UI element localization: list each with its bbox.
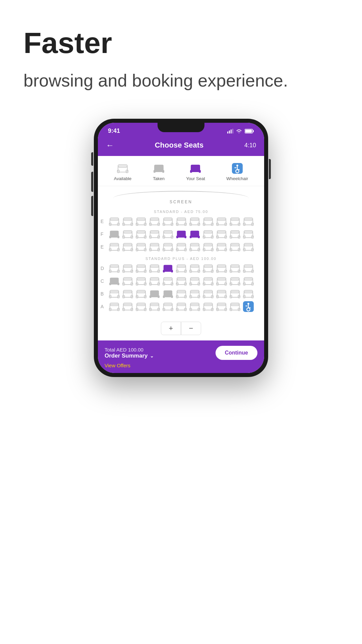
list-item[interactable]: [202, 263, 214, 274]
status-icons: [227, 129, 254, 133]
list-item[interactable]: [202, 301, 214, 312]
list-item[interactable]: [162, 241, 174, 253]
svg-rect-17: [199, 170, 201, 173]
list-item[interactable]: [135, 275, 147, 287]
list-item[interactable]: [202, 288, 214, 300]
list-item[interactable]: [175, 301, 187, 312]
list-item[interactable]: [108, 275, 120, 287]
list-item[interactable]: [121, 263, 134, 274]
order-summary-button[interactable]: Order Summary ⌄: [105, 353, 154, 359]
view-offers-link[interactable]: View Offers: [105, 363, 257, 368]
list-item[interactable]: [242, 241, 254, 253]
list-item[interactable]: [242, 228, 254, 240]
list-item[interactable]: [188, 263, 201, 274]
list-item[interactable]: [202, 228, 214, 240]
list-item[interactable]: [175, 241, 187, 253]
list-item[interactable]: [162, 263, 174, 274]
list-item[interactable]: [229, 288, 241, 300]
list-item[interactable]: [135, 241, 147, 253]
list-item[interactable]: [215, 228, 228, 240]
list-item[interactable]: [215, 216, 228, 227]
list-item[interactable]: [121, 228, 134, 240]
list-item[interactable]: [162, 216, 174, 227]
list-item[interactable]: [148, 241, 161, 253]
list-item[interactable]: [242, 288, 254, 300]
list-item[interactable]: [242, 263, 254, 274]
list-item[interactable]: [215, 275, 228, 287]
list-item[interactable]: [108, 216, 120, 227]
list-item[interactable]: [148, 216, 161, 227]
list-item[interactable]: [175, 263, 187, 274]
quantity-decrease-button[interactable]: −: [181, 322, 201, 335]
list-item[interactable]: [242, 301, 254, 312]
table-row: B: [101, 288, 261, 300]
list-item[interactable]: [188, 241, 201, 253]
list-item[interactable]: [162, 288, 174, 300]
list-item[interactable]: [135, 228, 147, 240]
list-item[interactable]: [215, 263, 228, 274]
list-item[interactable]: [175, 288, 187, 300]
quantity-increase-button[interactable]: +: [161, 322, 181, 335]
back-button[interactable]: ←: [106, 141, 114, 150]
list-item[interactable]: [162, 301, 174, 312]
silent-button: [91, 152, 93, 166]
list-item[interactable]: [108, 263, 120, 274]
list-item[interactable]: [242, 275, 254, 287]
list-item[interactable]: [108, 288, 120, 300]
list-item[interactable]: [121, 216, 134, 227]
table-row: C: [101, 275, 261, 287]
list-item[interactable]: [108, 228, 120, 240]
list-item[interactable]: [148, 228, 161, 240]
list-item[interactable]: [121, 288, 134, 300]
list-item[interactable]: [188, 301, 201, 312]
row-label-e2: E: [101, 244, 108, 250]
legend-wheelchair: Wheelchair: [226, 163, 248, 181]
list-item[interactable]: [121, 301, 134, 312]
list-item[interactable]: [135, 216, 147, 227]
list-item[interactable]: [229, 263, 241, 274]
list-item[interactable]: [121, 241, 134, 253]
table-row: E: [101, 241, 261, 253]
bottom-bar-top: Total AED 100.00 Order Summary ⌄ Continu…: [105, 346, 257, 360]
list-item[interactable]: [202, 216, 214, 227]
list-item[interactable]: [135, 263, 147, 274]
list-item[interactable]: [188, 288, 201, 300]
list-item[interactable]: [229, 216, 241, 227]
status-time: 9:41: [108, 127, 120, 135]
svg-rect-13: [162, 170, 164, 173]
list-item[interactable]: [229, 228, 241, 240]
list-item[interactable]: [188, 228, 201, 240]
list-item[interactable]: [215, 288, 228, 300]
list-item[interactable]: [162, 228, 174, 240]
row-label-e1: E: [101, 219, 108, 224]
list-item[interactable]: [108, 241, 120, 253]
svg-rect-1: [229, 130, 230, 133]
list-item[interactable]: [242, 216, 254, 227]
power-button: [269, 159, 271, 179]
list-item[interactable]: [108, 301, 120, 312]
list-item[interactable]: [229, 275, 241, 287]
list-item[interactable]: [148, 301, 161, 312]
list-item[interactable]: [162, 275, 174, 287]
list-item[interactable]: [175, 216, 187, 227]
list-item[interactable]: [148, 263, 161, 274]
list-item[interactable]: [148, 288, 161, 300]
legend-available: Available: [114, 163, 132, 181]
list-item[interactable]: [229, 241, 241, 253]
svg-rect-89: [177, 231, 185, 233]
list-item[interactable]: [135, 301, 147, 312]
continue-button[interactable]: Continue: [216, 346, 257, 360]
list-item[interactable]: [215, 241, 228, 253]
list-item[interactable]: [215, 301, 228, 312]
list-item[interactable]: [188, 216, 201, 227]
list-item[interactable]: [121, 275, 134, 287]
signal-icon: [227, 129, 233, 133]
list-item[interactable]: [229, 301, 241, 312]
list-item[interactable]: [188, 275, 201, 287]
list-item[interactable]: [175, 275, 187, 287]
list-item[interactable]: [148, 275, 161, 287]
list-item[interactable]: [135, 288, 147, 300]
list-item[interactable]: [202, 275, 214, 287]
list-item[interactable]: [202, 241, 214, 253]
list-item[interactable]: [175, 228, 187, 240]
